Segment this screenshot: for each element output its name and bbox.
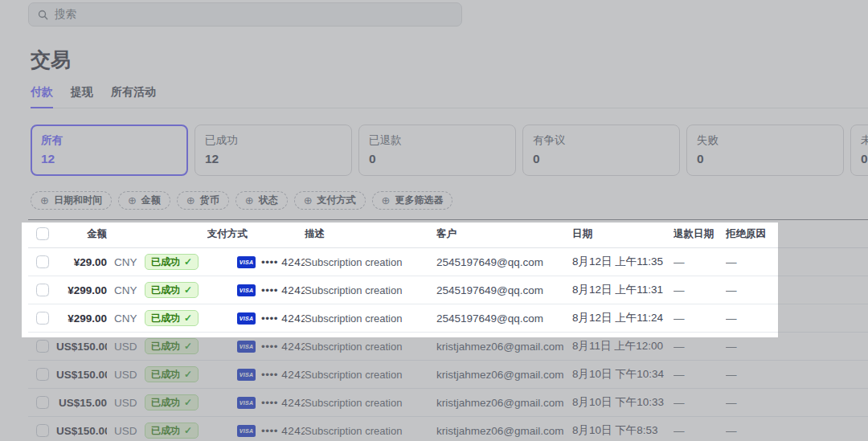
table-row[interactable]: US$15.00 USD 已成功✓ VISA•••• 4242 Subscrip… xyxy=(28,389,868,417)
plus-circle-icon: ⊕ xyxy=(186,195,195,206)
card-number: •••• 4242 xyxy=(261,256,305,268)
card-label: 未 xyxy=(861,133,868,148)
check-icon: ✓ xyxy=(184,255,192,268)
decline-reason-cell: — xyxy=(726,369,868,381)
currency-cell: CNY xyxy=(107,284,143,296)
refund-date-cell: — xyxy=(674,369,726,381)
status-badge: 已成功✓ xyxy=(145,394,199,410)
currency-cell: USD xyxy=(107,397,143,409)
refund-date-cell: — xyxy=(674,312,726,325)
search-icon xyxy=(38,10,48,20)
col-description: 描述 xyxy=(305,227,436,241)
card-number: •••• 4242 xyxy=(261,425,305,437)
date-cell: 8月12日 上午11:24 xyxy=(572,311,674,325)
row-checkbox[interactable] xyxy=(36,424,49,437)
filter-date-time[interactable]: ⊕ 日期和时间 xyxy=(31,191,112,210)
table-header: 金额 支付方式 描述 客户 日期 退款日期 拒绝原因 xyxy=(28,220,868,248)
tab-all-activity[interactable]: 所有活动 xyxy=(111,85,156,108)
card-label: 失败 xyxy=(697,133,833,148)
filter-payment-method[interactable]: ⊕ 支付方式 xyxy=(294,191,366,210)
filter-label: 金额 xyxy=(141,194,161,207)
refund-date-cell: — xyxy=(674,256,726,268)
row-checkbox[interactable] xyxy=(36,284,49,296)
decline-reason-cell: — xyxy=(726,256,868,268)
status-badge: 已成功✓ xyxy=(145,254,199,270)
currency-cell: CNY xyxy=(107,312,143,325)
visa-icon: VISA xyxy=(237,256,256,268)
filter-label: 货币 xyxy=(200,194,219,207)
filter-more[interactable]: ⊕ 更多筛选器 xyxy=(372,191,453,210)
filter-label: 状态 xyxy=(259,194,278,207)
status-label: 已成功 xyxy=(151,255,180,268)
amount-cell: ¥299.00 xyxy=(68,284,107,296)
col-date: 日期 xyxy=(572,227,674,241)
description-cell: Subscription creation xyxy=(305,312,436,325)
row-checkbox[interactable] xyxy=(36,368,49,381)
plus-circle-icon: ⊕ xyxy=(382,195,391,206)
table-row[interactable]: US$150.00 USD 已成功✓ VISA•••• 4242 Subscri… xyxy=(28,361,868,389)
status-badge: 已成功✓ xyxy=(145,338,199,354)
filter-bar: ⊕ 日期和时间 ⊕ 金额 ⊕ 货币 ⊕ 状态 ⊕ 支付方式 ⊕ 更多筛选器 xyxy=(31,191,452,210)
status-badge: 已成功✓ xyxy=(145,310,199,326)
check-icon: ✓ xyxy=(184,424,192,437)
summary-card-all[interactable]: 所有 12 xyxy=(31,125,188,176)
filter-currency[interactable]: ⊕ 货币 xyxy=(177,191,229,210)
card-count: 0 xyxy=(533,152,669,166)
tab-payments[interactable]: 付款 xyxy=(31,85,53,108)
amount-cell: US$15.00 xyxy=(59,397,107,409)
visa-icon: VISA xyxy=(237,284,256,296)
date-cell: 8月10日 下午10:33 xyxy=(572,395,674,410)
check-icon: ✓ xyxy=(184,396,192,409)
refund-date-cell: — xyxy=(674,425,726,437)
plus-circle-icon: ⊕ xyxy=(304,195,313,206)
date-cell: 8月11日 上午12:00 xyxy=(572,339,674,353)
card-number: •••• 4242 xyxy=(261,312,305,325)
summary-card-failed[interactable]: 失败 0 xyxy=(686,125,844,176)
table-row[interactable]: US$150.00 USD 已成功✓ VISA•••• 4242 Subscri… xyxy=(28,333,868,361)
description-cell: Subscription creation xyxy=(305,397,436,409)
summary-card-succeeded[interactable]: 已成功 12 xyxy=(194,125,352,176)
table-row[interactable]: ¥299.00 CNY 已成功✓ VISA•••• 4242 Subscript… xyxy=(28,276,868,304)
filter-status[interactable]: ⊕ 状态 xyxy=(235,191,288,210)
status-badge: 已成功✓ xyxy=(145,282,199,298)
amount-cell: ¥299.00 xyxy=(68,312,107,325)
tab-payouts[interactable]: 提现 xyxy=(71,85,93,108)
visa-icon: VISA xyxy=(237,312,256,325)
select-all-checkbox[interactable] xyxy=(36,227,49,240)
col-amount: 金额 xyxy=(56,227,107,241)
summary-card-refunded[interactable]: 已退款 0 xyxy=(358,125,516,176)
row-checkbox[interactable] xyxy=(36,396,49,409)
table-row[interactable]: ¥29.00 CNY 已成功✓ VISA•••• 4242 Subscripti… xyxy=(28,248,868,276)
filter-label: 支付方式 xyxy=(317,194,356,207)
decline-reason-cell: — xyxy=(726,397,868,409)
filter-label: 更多筛选器 xyxy=(395,194,443,207)
customer-cell: kristjahmez06@gmail.com xyxy=(436,397,572,409)
check-icon: ✓ xyxy=(184,284,192,296)
card-number: •••• 4242 xyxy=(261,284,305,296)
check-icon: ✓ xyxy=(184,368,192,381)
col-customer: 客户 xyxy=(436,227,572,241)
decline-reason-cell: — xyxy=(726,312,868,325)
table-row[interactable]: US$150.00 USD 已成功✓ VISA•••• 4242 Subscri… xyxy=(28,417,868,441)
decline-reason-cell: — xyxy=(726,284,868,296)
filter-amount[interactable]: ⊕ 金额 xyxy=(118,191,170,210)
summary-card-disputed[interactable]: 有争议 0 xyxy=(522,125,680,176)
visa-icon: VISA xyxy=(237,425,256,437)
decline-reason-cell: — xyxy=(726,425,868,437)
status-badge: 已成功✓ xyxy=(145,423,199,439)
card-count: 12 xyxy=(41,152,178,166)
date-cell: 8月12日 上午11:31 xyxy=(572,283,674,297)
row-checkbox[interactable] xyxy=(36,340,49,353)
row-checkbox[interactable] xyxy=(36,255,49,268)
row-checkbox[interactable] xyxy=(36,312,49,325)
col-refund-date: 退款日期 xyxy=(674,227,726,241)
summary-card-uncaptured[interactable]: 未 0 xyxy=(850,125,868,176)
card-number: •••• 4242 xyxy=(261,341,305,353)
customer-cell: kristjahmez06@gmail.com xyxy=(436,341,572,353)
table-row[interactable]: ¥299.00 CNY 已成功✓ VISA•••• 4242 Subscript… xyxy=(28,304,868,333)
search-bar[interactable]: 搜索 xyxy=(28,2,462,27)
description-cell: Subscription creation xyxy=(305,425,436,437)
plus-circle-icon: ⊕ xyxy=(128,195,137,206)
status-badge: 已成功✓ xyxy=(145,366,199,382)
amount-cell: US$150.00 xyxy=(56,369,107,381)
